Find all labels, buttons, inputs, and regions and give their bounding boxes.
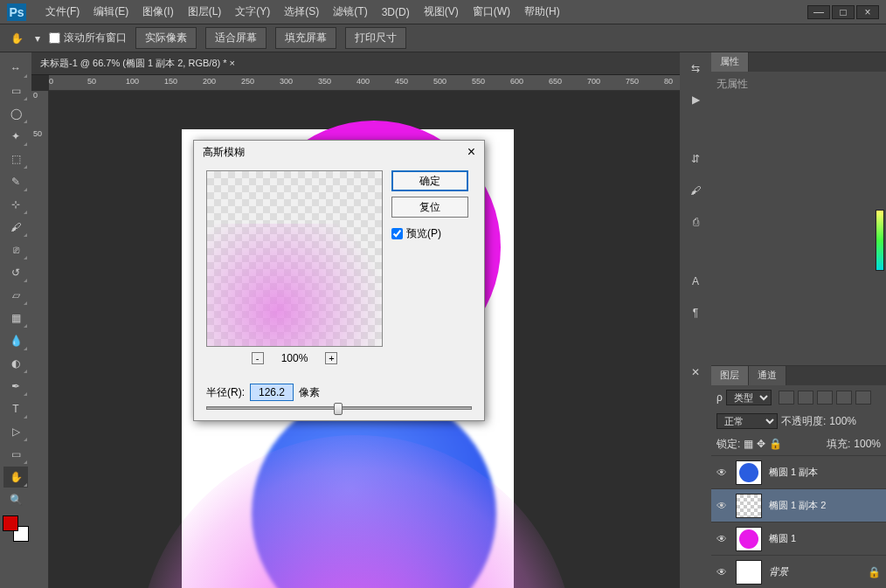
menu-edit[interactable]: 编辑(E) [87, 4, 135, 19]
menu-window[interactable]: 窗口(W) [466, 4, 517, 19]
clone-source-icon[interactable]: ⎙ [684, 211, 707, 232]
layer-item[interactable]: 👁 椭圆 1 副本 [711, 455, 886, 488]
magic-wand-tool[interactable]: ✦ [3, 126, 28, 147]
menu-view[interactable]: 视图(V) [417, 4, 466, 19]
menu-filter[interactable]: 滤镜(T) [326, 4, 374, 19]
radius-label: 半径(R): [206, 385, 245, 400]
eyedropper-tool[interactable]: ✎ [3, 171, 28, 192]
lock-pixels-icon[interactable]: ▦ [744, 438, 753, 450]
character-panel-icon[interactable]: A [684, 271, 707, 292]
filter-smart-icon[interactable] [855, 391, 871, 405]
lock-all-icon[interactable]: 🔒 [769, 438, 782, 450]
gradient-tool[interactable]: ▦ [3, 308, 28, 329]
pen-tool[interactable]: ✒ [3, 376, 28, 397]
type-tool[interactable]: T [3, 398, 28, 419]
fill-screen-button[interactable]: 填充屏幕 [275, 27, 336, 49]
channels-tab[interactable]: 通道 [749, 366, 786, 385]
layers-panel: 图层 通道 ρ 类型 正常 不透明度: 100% 锁定: [711, 365, 886, 588]
history-brush-tool[interactable]: ↺ [3, 262, 28, 283]
filter-pixel-icon[interactable] [779, 391, 794, 405]
gaussian-blur-dialog: 高斯模糊 × - 100% + 确定 复位 预览(P) 半径(R): 像素 [193, 140, 485, 421]
layer-kind-select[interactable]: 类型 [726, 390, 772, 405]
lock-position-icon[interactable]: ✥ [757, 438, 765, 450]
blend-mode-select[interactable]: 正常 [716, 413, 778, 429]
filter-type-icon[interactable] [817, 391, 833, 405]
filter-adjust-icon[interactable] [798, 391, 813, 405]
opacity-value[interactable]: 100% [829, 415, 856, 427]
layer-name-label: 椭圆 1 副本 [769, 466, 818, 479]
document-tab[interactable]: 未标题-1 @ 66.7% (椭圆 1 副本 2, RGB/8) * × [31, 52, 680, 75]
brush-tool[interactable]: 🖌 [3, 217, 28, 238]
preview-checkbox-input[interactable] [391, 228, 403, 239]
crop-tool[interactable]: ⬚ [3, 149, 28, 169]
options-bar: ✋ ▾ 滚动所有窗口 实际像素 适合屏幕 填充屏幕 打印尺寸 [0, 24, 886, 52]
fill-value[interactable]: 100% [854, 438, 881, 450]
visibility-icon[interactable]: 👁 [716, 566, 729, 578]
dialog-close-button[interactable]: × [467, 144, 475, 160]
history-panel-icon[interactable]: ⇆ [684, 58, 707, 79]
scroll-all-checkbox-input[interactable] [49, 32, 60, 44]
menu-select[interactable]: 选择(S) [277, 4, 326, 19]
filter-shape-icon[interactable] [836, 391, 852, 405]
ruler-horizontal: 0 50 100 150 200 250 300 350 400 450 500… [49, 75, 680, 91]
tools-panel: ↔ ▭ ◯ ✦ ⬚ ✎ ⊹ 🖌 ⎚ ↺ ▱ ▦ 💧 ◐ ✒ T ▷ ▭ ✋ 🔍 [0, 52, 31, 588]
minimize-button[interactable]: — [807, 5, 830, 19]
eraser-tool[interactable]: ▱ [3, 285, 28, 306]
blur-tool[interactable]: 💧 [3, 330, 28, 351]
menu-image[interactable]: 图像(I) [135, 4, 180, 19]
layer-thumbnail[interactable] [736, 494, 762, 518]
zoom-out-button[interactable]: - [252, 352, 264, 364]
zoom-in-button[interactable]: + [325, 352, 337, 364]
dialog-titlebar[interactable]: 高斯模糊 × [194, 141, 484, 163]
healing-tool[interactable]: ⊹ [3, 194, 28, 215]
lasso-tool[interactable]: ◯ [3, 103, 28, 124]
layer-item[interactable]: 👁 椭圆 1 [711, 522, 886, 555]
visibility-icon[interactable]: 👁 [716, 467, 729, 479]
slider-thumb[interactable] [334, 403, 343, 415]
tool-presets-icon[interactable]: ✕ [684, 362, 707, 383]
radius-slider[interactable] [206, 406, 472, 410]
menu-type[interactable]: 文字(Y) [228, 4, 277, 19]
dropdown-indicator-icon[interactable]: ▾ [35, 32, 40, 45]
fit-screen-button[interactable]: 适合屏幕 [205, 27, 266, 49]
foreground-color-swatch[interactable] [3, 515, 18, 531]
layer-item[interactable]: 👁 背景 🔒 [711, 555, 886, 588]
ok-button[interactable]: 确定 [391, 170, 468, 191]
hand-tool[interactable]: ✋ [3, 467, 28, 488]
layer-item[interactable]: 👁 椭圆 1 副本 2 [711, 488, 886, 522]
properties-tab[interactable]: 属性 [711, 52, 749, 72]
color-strip [876, 210, 884, 271]
reset-button[interactable]: 复位 [391, 197, 468, 218]
layers-tab[interactable]: 图层 [711, 366, 749, 385]
layer-thumbnail[interactable] [736, 460, 762, 485]
menu-file[interactable]: 文件(F) [38, 4, 87, 19]
close-button[interactable]: × [856, 5, 879, 19]
maximize-button[interactable]: □ [832, 5, 855, 19]
preview-thumbnail[interactable] [206, 170, 383, 347]
shape-tool[interactable]: ▭ [3, 444, 28, 465]
menu-3d[interactable]: 3D(D) [375, 6, 417, 18]
paragraph-panel-icon[interactable]: ¶ [684, 302, 707, 323]
scroll-all-windows-checkbox[interactable]: 滚动所有窗口 [49, 31, 127, 45]
color-swatches[interactable] [3, 515, 29, 542]
zoom-tool[interactable]: 🔍 [3, 489, 28, 510]
dodge-tool[interactable]: ◐ [3, 353, 28, 374]
brush-presets-icon[interactable]: 🖌 [684, 180, 707, 201]
properties-panel-body: 无属性 [711, 72, 886, 365]
actions-panel-icon[interactable]: ▶ [684, 89, 707, 110]
layer-thumbnail[interactable] [736, 560, 762, 585]
visibility-icon[interactable]: 👁 [716, 533, 729, 545]
stamp-tool[interactable]: ⎚ [3, 239, 28, 260]
marquee-tool[interactable]: ▭ [3, 80, 28, 101]
menu-help[interactable]: 帮助(H) [517, 4, 567, 19]
brushes-panel-icon[interactable]: ⇵ [684, 149, 707, 169]
layer-thumbnail[interactable] [736, 527, 762, 551]
radius-input[interactable] [250, 384, 294, 401]
print-size-button[interactable]: 打印尺寸 [345, 27, 406, 49]
visibility-icon[interactable]: 👁 [716, 500, 729, 512]
menu-layer[interactable]: 图层(L) [181, 4, 229, 19]
move-tool[interactable]: ↔ [3, 58, 28, 79]
path-select-tool[interactable]: ▷ [3, 421, 28, 442]
actual-pixels-button[interactable]: 实际像素 [135, 27, 197, 49]
preview-checkbox[interactable]: 预览(P) [391, 226, 468, 241]
